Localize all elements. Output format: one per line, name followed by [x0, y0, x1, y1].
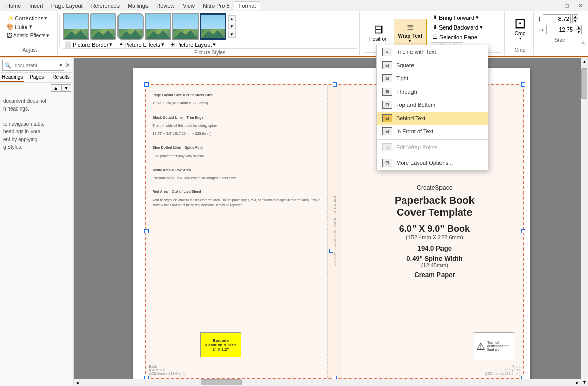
selection-pane-button[interactable]: ☰ Selection Pane [431, 33, 485, 41]
h-scrollbar[interactable]: ◄ ► [74, 379, 581, 386]
crop-dropdown: ▾ [519, 36, 521, 41]
nav-prev-arrow[interactable]: ▲ [51, 84, 61, 92]
width-row: ↔ ▲ ▼ [538, 25, 582, 34]
wrap-front-icon: ⊞ [382, 127, 392, 135]
nav-close-button[interactable]: ✕ [64, 61, 71, 70]
scroll-down-arrow[interactable]: ▼ [581, 379, 588, 386]
window-close[interactable]: ✕ [574, 0, 588, 11]
sb-dropdown: ▾ [480, 24, 483, 31]
v-scrollbar[interactable]: ▲ ▼ [581, 58, 588, 386]
menu-view[interactable]: View [179, 2, 199, 10]
artistic-effects-button[interactable]: 🖼 Artistic Effects ▾ [5, 32, 54, 39]
width-input[interactable] [546, 25, 574, 34]
cover-spine: 6.0\" x 9.0\" + 0.49\" Spine Width + 228… [327, 85, 342, 378]
corner-back-label: Back 6.0" x 9.0" (152.4mm x 228.6mm) [149, 365, 185, 375]
cover-right-content: CreateSpace Paperback Book Cover Templat… [355, 184, 514, 279]
nav-next-arrow[interactable]: ▼ [61, 84, 71, 92]
nav-tabs: Headings Pages Results [0, 73, 73, 83]
ps-scroll[interactable]: ▲ ▼ ▼ [228, 15, 236, 38]
wrap-edit-icon: ⊡ [382, 143, 392, 151]
position-label: Position [369, 36, 388, 42]
pe-dropdown: ▾ [161, 41, 164, 48]
wrap-tight-item[interactable]: ⊠ Tight [377, 72, 488, 85]
ps-thumb-6[interactable] [200, 13, 226, 40]
corrections-button[interactable]: ✨ Corrections ▾ [5, 14, 54, 22]
wrap-front-item[interactable]: ⊞ In Front of Text [377, 125, 488, 138]
width-down[interactable]: ▼ [576, 30, 582, 34]
document-area[interactable]: Page Layout Size = Print Sheet Size 19"x… [74, 58, 588, 386]
picture-effects-button[interactable]: ✦ Picture Effects ▾ [116, 41, 166, 48]
picture-effects-row: ⬜ Wrap Text Picture Border ▾ ✦ Picture E… [63, 41, 357, 48]
height-row: ↕ ▲ ▼ [538, 14, 582, 23]
wrap-through-item[interactable]: ⊠ Through [377, 85, 488, 98]
height-down[interactable]: ▼ [572, 19, 578, 23]
wrap-square-item[interactable]: ⊟ Square [377, 59, 488, 72]
cover-spine-width: 0.49" Spine Width [355, 255, 514, 262]
menu-references[interactable]: References [87, 2, 124, 10]
wrap-inline-item[interactable]: ≡ In Line with Text [377, 45, 488, 59]
nav-tab-headings[interactable]: Headings [0, 73, 24, 82]
divider-1 [59, 15, 60, 45]
height-input[interactable] [543, 14, 571, 23]
ps-scroll-down[interactable]: ▼ [228, 31, 236, 38]
ps-thumb-5[interactable] [172, 13, 199, 40]
nav-tab-results[interactable]: Results [49, 73, 73, 82]
ps-scroll-up[interactable]: ▲ [228, 15, 236, 22]
size-expand-icon[interactable]: ⊡ [582, 40, 586, 45]
menu-review[interactable]: Review [152, 2, 179, 10]
picture-layout-button[interactable]: ⊞ Picture Layout ▾ [168, 41, 218, 48]
ps-thumb-1[interactable] [63, 13, 89, 40]
sp-icon: ☰ [433, 34, 438, 40]
nav-search-dropdown[interactable]: ▾ [58, 63, 63, 68]
cover-left-panel: Page Layout Size = Print Sheet Size 19"x… [146, 85, 328, 378]
scroll-left-arrow[interactable]: ◄ [74, 379, 81, 386]
height-up[interactable]: ▲ [572, 14, 578, 19]
color-button[interactable]: 🎨 Color ▾ [5, 23, 54, 31]
menu-format[interactable]: Format [234, 1, 261, 10]
ps-scroll-expand[interactable]: ▼ [228, 23, 236, 30]
menu-home[interactable]: Home [2, 2, 25, 10]
nav-info-text: document does not n headings. te navigat… [0, 93, 73, 155]
wrap-behind-item[interactable]: ⊟ Behind Text [377, 112, 488, 125]
scroll-up-arrow[interactable]: ▲ [581, 58, 588, 65]
picture-styles-group: ▲ ▼ ▼ ⬜ Wrap Text Picture Border ▾ ✦ Pic… [61, 12, 360, 55]
menu-mailings[interactable]: Mailings [124, 2, 152, 10]
pe-icon: ✦ [119, 41, 123, 48]
menu-nitro[interactable]: Nitro Pro 8 [199, 2, 234, 10]
width-up[interactable]: ▲ [576, 25, 582, 30]
menu-bar: Home Insert Page Layout References Maili… [0, 0, 588, 11]
menu-page-layout[interactable]: Page Layout [47, 2, 87, 10]
artistic-icon: 🖼 [7, 33, 12, 39]
ps-thumb-2[interactable] [90, 13, 116, 40]
sb-icon: ⬇ [433, 24, 437, 31]
width-icon: ↔ [538, 25, 545, 34]
wrap-text-dropdown-icon: ▾ [409, 39, 411, 43]
ribbon: ✨ Corrections ▾ 🎨 Color ▾ 🖼 Artistic Eff… [0, 11, 588, 57]
wrap-text-button[interactable]: ≡ Wrap Text ▾ [394, 19, 427, 46]
scroll-right-arrow[interactable]: ► [574, 379, 581, 386]
nav-search-input[interactable] [13, 62, 58, 69]
nav-tab-pages[interactable]: Pages [24, 73, 49, 82]
wrap-topbottom-item[interactable]: ⊟ Top and Bottom [377, 98, 488, 112]
wrap-separator-1 [377, 139, 488, 140]
adjust-group: ✨ Corrections ▾ 🎨 Color ▾ 🖼 Artistic Eff… [2, 12, 58, 55]
crop-button[interactable]: ⊡ Crop ▾ [510, 14, 530, 43]
window-minimize[interactable]: ─ [545, 0, 560, 11]
h-scrollbar-thumb[interactable] [201, 379, 242, 385]
ps-thumb-4[interactable] [145, 13, 171, 40]
window-maximize[interactable]: □ [560, 0, 574, 11]
position-button[interactable]: ⊟ Position [365, 21, 392, 44]
picture-border-button[interactable]: ⬜ Wrap Text Picture Border ▾ [63, 41, 114, 48]
handle-bottom-center[interactable] [329, 249, 333, 253]
send-backward-button[interactable]: ⬇ Send Backward ▾ [431, 23, 485, 32]
ps-thumb-3[interactable] [117, 13, 144, 40]
wrap-inline-icon: ≡ [382, 48, 392, 56]
v-scrollbar-thumb[interactable] [581, 68, 587, 99]
menu-insert[interactable]: Insert [25, 2, 47, 10]
barcode-box: Barcode Location & Size 2" X 1.2" [200, 332, 241, 357]
wrap-more-item[interactable]: ⊞ More Layout Options... [377, 156, 488, 170]
bring-forward-button[interactable]: ⬆ Bring Forward ▾ [431, 13, 485, 22]
size-label: Size [538, 36, 582, 43]
ps-thumbnails-row: ▲ ▼ ▼ [63, 13, 357, 40]
nav-panel-header: 🔍 ▾ ✕ [0, 58, 73, 73]
